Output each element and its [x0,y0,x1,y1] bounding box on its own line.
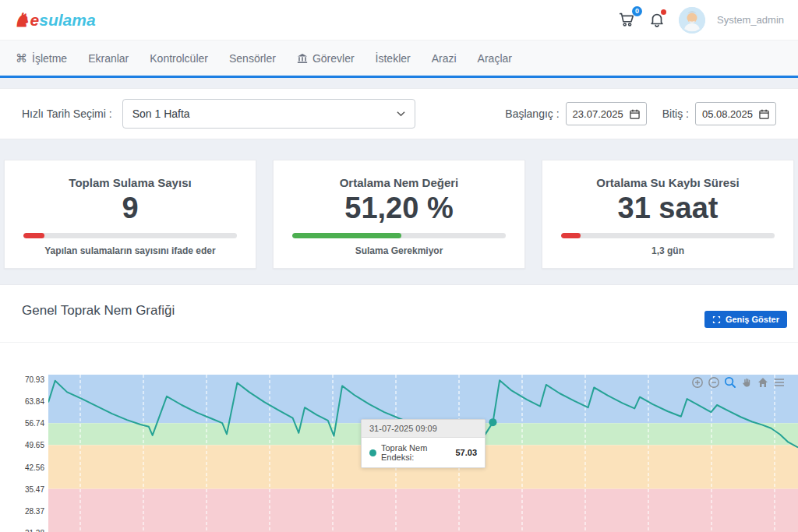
cart-button[interactable]: 0 [618,11,637,30]
tooltip-date: 31-07-2025 09:09 [362,420,485,438]
expand-button-label: Geniş Göster [726,315,779,324]
avatar[interactable] [679,7,705,33]
cart-badge: 0 [632,6,642,16]
nav-item-istekler[interactable]: İstekler [376,52,411,65]
logo[interactable]: ♞ e sulama [14,9,96,31]
stat-value: 51,20 % [344,192,453,225]
stat-caption: Yapılan sulamaların sayısını ifade eder [44,245,215,256]
nav-item-arazi[interactable]: Arazi [432,52,457,65]
notification-dot [661,9,666,15]
expand-chart-button[interactable]: Geniş Göster [704,311,787,328]
y-tick-label: 42.56 [25,463,44,472]
start-date-value: 23.07.2025 [573,108,623,120]
main-nav: ⌘ İşletme Ekranlar Kontrolcüler Sensörle… [0,41,798,78]
stat-title: Toplam Sulama Sayısı [69,176,191,189]
calendar-icon [759,109,769,119]
stat-progress-fill [292,233,401,238]
stat-value: 31 saat [618,192,719,225]
stat-progress-fill [23,233,44,238]
y-tick-label: 70.93 [25,375,44,384]
avatar-image [679,7,705,33]
y-tick-label: 49.65 [25,441,44,449]
end-date-label: Bitiş : [662,107,689,120]
y-tick-label: 35.47 [25,485,44,494]
chart-title: Genel Toprak Nem Grafiği [22,303,175,319]
filter-bar: Hızlı Tarih Seçimi : Son 1 Hafta Başlang… [0,88,798,139]
soil-moisture-chart-card: Genel Toprak Nem Grafiği Geniş Göster 70… [0,284,798,532]
nav-label: Sensörler [229,52,276,65]
stat-progress-track [292,233,506,238]
stat-card-avg-moisture: Ortalama Nem Değeri 51,20 % Sulama Gerek… [273,160,525,269]
nav-label: İşletme [32,52,67,65]
command-icon: ⌘ [16,51,27,65]
stat-card-avg-water-loss: Ortalama Su Kaybı Süresi 31 saat 1,3 gün [542,160,794,269]
home-reset-icon[interactable] [757,376,769,389]
username[interactable]: System_admin [717,14,784,26]
stat-progress-fill [561,233,581,238]
stat-progress-track [561,233,775,238]
stat-value: 9 [122,192,138,225]
nav-item-sensorler[interactable]: Sensörler [229,52,276,65]
bank-icon [297,53,308,64]
calendar-icon [630,109,640,119]
nav-label: İstekler [376,52,411,65]
start-date-input[interactable]: 23.07.2025 [566,102,647,125]
notifications-button[interactable] [648,11,667,30]
quick-date-selected-value: Son 1 Hafta [132,107,190,120]
topbar-actions: 0 System_admin [618,7,784,33]
stat-caption: 1,3 gün [651,245,684,256]
nav-label: Arazi [432,52,457,65]
end-date-group: Bitiş : 05.08.2025 [662,102,776,125]
page: ♞ e sulama 0 [0,0,798,532]
stat-card-total-irrigation: Toplam Sulama Sayısı 9 Yapılan sulamalar… [4,160,256,269]
chart-tooltip: 31-07-2025 09:09 Toprak Nem Endeksi: 57.… [361,419,486,468]
nav-item-ekranlar[interactable]: Ekranlar [88,52,129,65]
y-tick-label: 63.84 [25,397,44,406]
card-divider [0,342,798,343]
horse-logo-icon: ♞ [14,9,31,31]
nav-item-araclar[interactable]: Araçlar [478,52,512,65]
stat-caption: Sulama Gerekmiyor [355,245,443,256]
chevron-down-icon [397,111,405,117]
topbar: ♞ e sulama 0 [0,0,798,41]
nav-label: Kontrolcüler [150,52,208,65]
stat-progress-track [23,233,237,238]
zoom-out-icon[interactable] [708,376,720,389]
y-tick-label: 28.37 [25,507,44,516]
quick-date-select[interactable]: Son 1 Hafta [122,99,415,129]
nav-item-kontrolculer[interactable]: Kontrolcüler [150,52,208,65]
nav-label: Görevler [312,52,355,65]
menu-lines-icon[interactable] [773,376,786,389]
zoom-in-icon[interactable] [691,376,704,389]
tooltip-value: 57.03 [455,448,477,457]
pan-hand-icon[interactable] [740,376,753,389]
hover-marker-dot [489,418,496,426]
chart-modebar [691,376,786,389]
logo-text-prefix: e [30,11,40,30]
stat-title: Ortalama Su Kaybı Süresi [596,176,739,189]
y-tick-label: 21.28 [25,529,44,532]
series-dot-icon [369,449,376,456]
autoscale-icon[interactable] [724,376,736,389]
stat-title: Ortalama Nem Değeri [340,176,459,189]
logo-text: sulama [39,11,95,30]
quick-date-label: Hızlı Tarih Seçimi : [22,107,112,120]
start-date-label: Başlangıç : [505,107,559,120]
chart-y-axis: 70.9363.8456.7449.6542.5635.4728.3721.28 [0,285,44,532]
nav-label: Ekranlar [88,52,129,65]
expand-icon [712,315,721,324]
nav-label: Araçlar [478,52,512,65]
nav-item-gorevler[interactable]: Görevler [297,52,355,65]
y-tick-label: 56.74 [25,419,44,428]
start-date-group: Başlangıç : 23.07.2025 [505,102,646,125]
tooltip-series-label: Toprak Nem Endeksi: [381,443,450,462]
end-date-input[interactable]: 05.08.2025 [695,102,776,125]
tooltip-body: Toprak Nem Endeksi: 57.03 [362,438,485,467]
stats-row: Toplam Sulama Sayısı 9 Yapılan sulamalar… [0,160,798,269]
nav-item-isletme[interactable]: ⌘ İşletme [16,51,67,65]
end-date-value: 05.08.2025 [702,108,753,120]
